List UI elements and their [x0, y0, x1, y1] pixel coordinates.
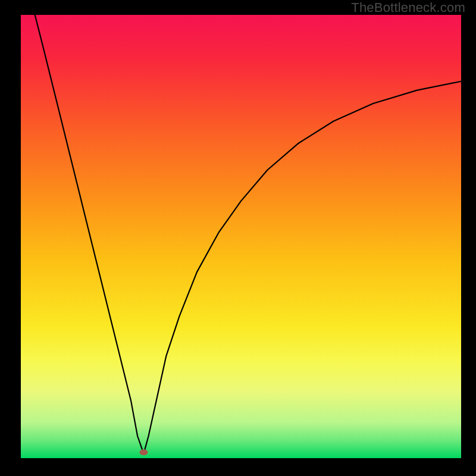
- optimal-point-marker: [139, 449, 148, 455]
- gradient-rect: [21, 15, 461, 458]
- bottleneck-chart: [21, 15, 461, 458]
- plot-area: [21, 15, 461, 458]
- chart-frame: TheBottleneck.com: [0, 0, 476, 476]
- watermark-text: TheBottleneck.com: [351, 0, 465, 15]
